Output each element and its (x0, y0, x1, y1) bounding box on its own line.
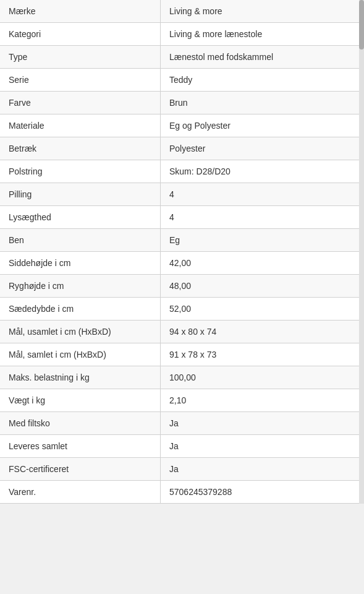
cell-value: Skum: D28/D20 (161, 160, 364, 183)
cell-label: Ben (0, 229, 161, 251)
cell-label: Pilling (0, 183, 161, 205)
table-row: Ryghøjde i cm48,00 (0, 275, 364, 298)
cell-value: Living & more lænestole (161, 23, 364, 45)
table-row: Med filtskoJa (0, 412, 364, 435)
cell-value: 5706245379288 (161, 481, 364, 503)
cell-label: Polstring (0, 160, 161, 183)
cell-value: 100,00 (161, 366, 364, 389)
cell-label: Mål, usamlet i cm (HxBxD) (0, 321, 161, 343)
cell-label: Type (0, 46, 161, 68)
cell-value: Polyester (161, 137, 364, 160)
cell-value: Eg (161, 229, 364, 251)
table-row: Pilling4 (0, 183, 364, 206)
product-table: MærkeLiving & moreKategoriLiving & more … (0, 0, 364, 504)
cell-label: Maks. belastning i kg (0, 366, 161, 389)
table-row: BetrækPolyester (0, 137, 364, 160)
table-row: TypeLænestol med fodskammel (0, 46, 364, 69)
table-row: KategoriLiving & more lænestole (0, 23, 364, 46)
table-row: Lysægthed4 (0, 206, 364, 229)
cell-value: 2,10 (161, 389, 364, 411)
cell-value: Eg og Polyester (161, 114, 364, 137)
cell-value: 4 (161, 206, 364, 228)
cell-label: Ryghøjde i cm (0, 275, 161, 297)
cell-value: 52,00 (161, 298, 364, 320)
cell-label: Leveres samlet (0, 435, 161, 457)
cell-value: 91 x 78 x 73 (161, 343, 364, 366)
cell-label: Sædedybde i cm (0, 298, 161, 320)
cell-value: 48,00 (161, 275, 364, 297)
table-row: FSC-certificeretJa (0, 458, 364, 481)
table-row: MærkeLiving & more (0, 0, 364, 23)
table-row: Leveres samletJa (0, 435, 364, 458)
cell-label: Serie (0, 69, 161, 91)
product-table-container: MærkeLiving & moreKategoriLiving & more … (0, 0, 364, 504)
table-row: Mål, samlet i cm (HxBxD)91 x 78 x 73 (0, 343, 364, 366)
cell-label: Vægt i kg (0, 389, 161, 411)
scrollbar-track[interactable] (359, 0, 364, 504)
cell-label: Mål, samlet i cm (HxBxD) (0, 343, 161, 366)
table-row: MaterialeEg og Polyester (0, 114, 364, 137)
table-row: PolstringSkum: D28/D20 (0, 160, 364, 183)
cell-value: 42,00 (161, 252, 364, 274)
cell-label: Med filtsko (0, 412, 161, 434)
cell-value: Living & more (161, 0, 364, 22)
cell-value: Brun (161, 92, 364, 114)
scrollbar-thumb[interactable] (359, 0, 364, 50)
table-row: Varenr.5706245379288 (0, 481, 364, 504)
cell-value: 4 (161, 183, 364, 205)
cell-value: Ja (161, 458, 364, 480)
table-row: Mål, usamlet i cm (HxBxD)94 x 80 x 74 (0, 321, 364, 343)
cell-label: Materiale (0, 114, 161, 137)
cell-label: Varenr. (0, 481, 161, 503)
cell-label: FSC-certificeret (0, 458, 161, 480)
cell-label: Mærke (0, 0, 161, 22)
cell-label: Kategori (0, 23, 161, 45)
cell-label: Siddehøjde i cm (0, 252, 161, 274)
table-row: SerieTeddy (0, 69, 364, 92)
cell-value: Ja (161, 435, 364, 457)
table-row: Siddehøjde i cm42,00 (0, 252, 364, 275)
table-row: Vægt i kg2,10 (0, 389, 364, 412)
table-row: FarveBrun (0, 92, 364, 114)
cell-label: Betræk (0, 137, 161, 160)
table-row: Sædedybde i cm52,00 (0, 298, 364, 321)
cell-label: Lysægthed (0, 206, 161, 228)
cell-value: Teddy (161, 69, 364, 91)
cell-value: Lænestol med fodskammel (161, 46, 364, 68)
cell-value: Ja (161, 412, 364, 434)
cell-value: 94 x 80 x 74 (161, 321, 364, 343)
cell-label: Farve (0, 92, 161, 114)
table-row: BenEg (0, 229, 364, 252)
table-row: Maks. belastning i kg100,00 (0, 366, 364, 389)
